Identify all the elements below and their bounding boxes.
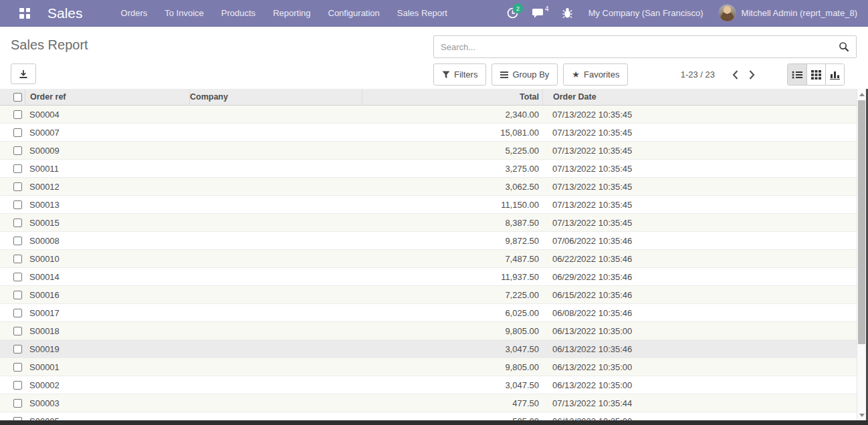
filters-button[interactable]: Filters [433,63,486,86]
total-cell: 11,150.00 [362,196,542,214]
activities-clock-icon[interactable]: 2 [507,7,518,19]
row-checkbox[interactable] [13,182,22,191]
pager-next-button[interactable] [744,67,760,82]
column-header-order-date[interactable]: Order Date [542,89,857,106]
user-avatar[interactable] [718,4,736,22]
row-checkbox[interactable] [13,399,22,408]
table-row[interactable]: S00019 3,047.50 06/13/2022 10:35:46 [0,340,857,358]
table-row[interactable]: S00001 9,805.00 06/13/2022 10:35:00 [0,358,857,376]
order-date-cell: 06/08/2022 10:35:46 [542,304,857,322]
row-checkbox[interactable] [13,200,22,209]
table-row[interactable]: S00017 6,025.00 06/08/2022 10:35:46 [0,304,857,322]
order-date-cell: 06/22/2022 10:35:46 [542,250,857,268]
pager-range: 1-23 / 23 [681,69,715,80]
menu-to-invoice[interactable]: To Invoice [156,0,213,27]
row-checkbox[interactable] [13,273,22,281]
order-date-cell: 07/06/2022 10:35:46 [542,232,857,250]
table-row[interactable]: S00003 477.50 07/13/2022 10:35:44 [0,394,857,412]
graph-view-button[interactable] [825,64,844,85]
bottom-edge-bar [0,420,868,425]
scrollbar-thumb[interactable] [858,100,865,344]
order-date-cell: 06/15/2022 10:35:46 [542,286,857,304]
company-cell [189,214,362,232]
search-icon[interactable] [839,41,849,52]
table-row[interactable]: S00013 11,150.00 07/13/2022 10:35:45 [0,196,857,214]
favorites-button[interactable]: ★ Favorites [563,63,628,86]
menu-sales-report[interactable]: Sales Report [389,0,456,27]
table-row[interactable]: S00009 5,225.00 07/13/2022 10:35:45 [0,142,857,160]
menu-products[interactable]: Products [213,0,264,27]
order-ref-cell: S00019 [25,340,189,358]
order-date-cell: 07/13/2022 10:35:45 [542,196,857,214]
user-menu[interactable]: Mitchell Admin (reprt_mate_8) [742,8,857,18]
order-date-cell: 06/13/2022 10:35:46 [542,340,857,358]
sales-report-table: Order ref Company Total Order Date S0000… [0,89,857,425]
group-by-button[interactable]: Group By [492,63,558,86]
order-ref-cell: S00007 [25,124,189,142]
company-cell [189,160,362,178]
star-icon: ★ [572,69,580,80]
company-cell [189,268,362,286]
scroll-down-arrow[interactable] [857,410,867,420]
row-checkbox[interactable] [13,128,22,137]
company-switcher[interactable]: My Company (San Francisco) [588,8,703,18]
row-checkbox[interactable] [13,237,22,245]
activities-count-badge: 2 [513,3,523,13]
table-row[interactable]: S00016 7,225.00 06/15/2022 10:35:46 [0,286,857,304]
table-row[interactable]: S00008 9,872.50 07/06/2022 10:35:46 [0,232,857,250]
row-checkbox[interactable] [13,110,22,119]
table-row[interactable]: S00015 8,387.50 07/13/2022 10:35:45 [0,214,857,232]
row-checkbox[interactable] [13,327,22,335]
list-view-button[interactable] [788,64,806,85]
search-input[interactable] [434,42,839,52]
scroll-up-arrow[interactable] [857,89,867,100]
table-row[interactable]: S00010 7,487.50 06/22/2022 10:35:46 [0,250,857,268]
table-row[interactable]: S00018 9,805.00 06/13/2022 10:35:00 [0,322,857,340]
order-ref-cell: S00016 [25,286,189,304]
messages-bubble-icon[interactable]: 4 [532,8,549,19]
column-header-order-ref[interactable]: Order ref [25,89,189,106]
select-all-checkbox[interactable] [13,93,22,102]
total-cell: 9,872.50 [362,232,542,250]
search-bar [433,35,857,58]
row-checkbox[interactable] [13,381,22,390]
menu-configuration[interactable]: Configuration [320,0,389,27]
total-cell: 3,275.00 [362,160,542,178]
row-checkbox[interactable] [13,255,22,263]
apps-menu-icon[interactable] [19,8,30,19]
table-row[interactable]: S00011 3,275.00 07/13/2022 10:35:45 [0,160,857,178]
export-button[interactable] [11,63,36,84]
row-checkbox[interactable] [13,219,22,227]
table-row[interactable]: S00012 3,062.50 07/13/2022 10:35:45 [0,178,857,196]
menu-reporting[interactable]: Reporting [264,0,319,27]
order-ref-cell: S00009 [25,142,189,160]
systray: 2 4 My Company (San F [494,4,857,22]
pager-previous-button[interactable] [727,67,744,82]
order-ref-cell: S00014 [25,268,189,286]
table-row[interactable]: S00007 15,081.00 07/13/2022 10:35:45 [0,124,857,142]
row-checkbox[interactable] [13,309,22,317]
group-by-bars-icon [500,71,508,79]
row-checkbox[interactable] [13,146,22,155]
table-row[interactable]: S00014 11,937.50 06/29/2022 10:35:46 [0,268,857,286]
filter-funnel-icon [442,71,450,79]
bug-icon[interactable] [562,7,572,19]
total-cell: 8,387.50 [362,214,542,232]
column-header-total[interactable]: Total [362,89,542,106]
column-header-company[interactable]: Company [189,89,362,106]
pivot-view-button[interactable] [806,64,825,85]
order-ref-cell: S00013 [25,196,189,214]
row-checkbox[interactable] [13,164,22,173]
menu-orders[interactable]: Orders [112,0,156,27]
row-checkbox[interactable] [13,291,22,299]
vertical-scrollbar[interactable] [857,89,866,420]
order-ref-cell: S00003 [25,394,189,412]
order-date-cell: 06/13/2022 10:35:00 [542,322,857,340]
row-checkbox[interactable] [13,363,22,372]
order-date-cell: 07/13/2022 10:35:45 [542,106,857,124]
table-row[interactable]: S00002 3,047.50 06/13/2022 10:35:00 [0,376,857,394]
table-row[interactable]: S00004 2,340.00 07/13/2022 10:35:45 [0,106,857,124]
app-title[interactable]: Sales [47,5,83,21]
order-date-cell: 06/13/2022 10:35:00 [542,358,857,376]
row-checkbox[interactable] [13,345,22,353]
